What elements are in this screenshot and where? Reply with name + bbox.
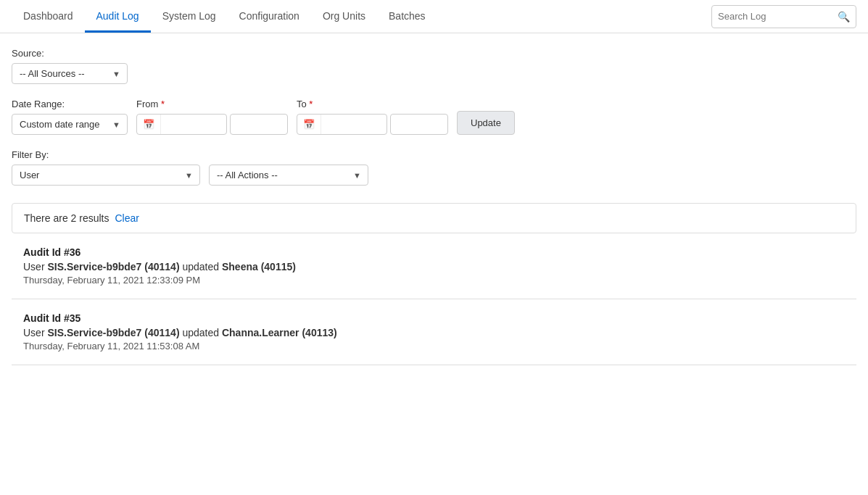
audit-target-35: Channa.Learner (40113) (222, 327, 337, 338)
audit-action-36: updated (180, 261, 222, 273)
from-time-input[interactable]: 1:42 PM (230, 114, 288, 135)
source-label: Source: (12, 48, 856, 59)
search-input[interactable] (718, 11, 838, 22)
date-range-select-wrapper: Custom date range Last 7 days Last 30 da… (12, 114, 128, 135)
audit-target-36: Sheena (40115) (222, 261, 296, 273)
audit-id-35: Audit Id #35 (23, 312, 845, 324)
update-button[interactable]: Update (457, 111, 515, 135)
date-range-select[interactable]: Custom date range Last 7 days Last 30 da… (12, 114, 128, 135)
to-required: * (309, 99, 313, 109)
filter-by-select[interactable]: User Action Source IP Address (12, 165, 200, 186)
nav-bar: Dashboard Audit Log System Log Configura… (0, 0, 868, 33)
actions-select[interactable]: -- All Actions -- (209, 165, 368, 186)
from-date-group: From * 📅 1/1/2021 1:42 PM (136, 99, 288, 135)
tab-dashboard[interactable]: Dashboard (12, 1, 85, 33)
from-label: From * (136, 99, 288, 109)
to-date-input[interactable]: 4/10/2023 (321, 115, 387, 134)
filter-by-row: User Action Source IP Address ▼ -- All A… (12, 165, 856, 186)
results-bar: There are 2 results Clear (12, 203, 856, 233)
clear-link[interactable]: Clear (115, 212, 139, 224)
to-label: To * (297, 99, 448, 109)
to-time-input[interactable]: 2:42 PM (390, 114, 448, 135)
audit-desc-36: User SIS.Service-b9bde7 (40114) updated … (23, 261, 845, 273)
to-date-group: To * 📅 4/10/2023 2:42 PM (297, 99, 448, 135)
tab-batches[interactable]: Batches (377, 1, 437, 33)
search-icon[interactable]: 🔍 (838, 11, 850, 22)
date-range-row: Date Range: Custom date range Last 7 day… (12, 99, 856, 135)
audit-desc-35: User SIS.Service-b9bde7 (40114) updated … (23, 327, 845, 338)
audit-desc-before-36: User (23, 261, 47, 273)
main-content: Source: -- All Sources -- ▼ Date Range: … (0, 33, 868, 380)
audit-date-35: Thursday, February 11, 2021 11:53:08 AM (23, 341, 845, 352)
tab-system-log[interactable]: System Log (151, 1, 228, 33)
from-date-input-wrapper: 📅 1/1/2021 (136, 114, 227, 135)
source-section: Source: -- All Sources -- ▼ (12, 48, 856, 84)
filter-by-section: Filter By: User Action Source IP Address… (12, 149, 856, 186)
to-calendar-icon: 📅 (297, 115, 321, 134)
from-calendar-icon: 📅 (137, 115, 161, 134)
audit-entry-36: Audit Id #36 User SIS.Service-b9bde7 (40… (12, 233, 856, 299)
source-select[interactable]: -- All Sources -- (12, 63, 128, 84)
nav-tabs: Dashboard Audit Log System Log Configura… (12, 1, 711, 32)
to-date-input-wrapper: 📅 4/10/2023 (297, 114, 387, 135)
audit-desc-before-35: User (23, 327, 47, 338)
audit-actor-35: SIS.Service-b9bde7 (40114) (47, 327, 179, 338)
tab-audit-log[interactable]: Audit Log (85, 1, 151, 33)
audit-date-36: Thursday, February 11, 2021 12:33:09 PM (23, 275, 845, 286)
actions-select-wrapper: -- All Actions -- ▼ (209, 165, 368, 186)
audit-entry-35: Audit Id #35 User SIS.Service-b9bde7 (40… (12, 299, 856, 365)
tab-configuration[interactable]: Configuration (228, 1, 311, 33)
audit-id-36: Audit Id #36 (23, 246, 845, 258)
audit-action-35: updated (180, 327, 222, 338)
filter-by-label: Filter By: (12, 149, 856, 160)
source-select-wrapper: -- All Sources -- ▼ (12, 63, 128, 84)
filter-by-select-wrapper: User Action Source IP Address ▼ (12, 165, 200, 186)
date-range-label: Date Range: (12, 99, 128, 109)
date-range-group: Date Range: Custom date range Last 7 day… (12, 99, 128, 135)
results-count: There are 2 results (24, 212, 109, 224)
audit-actor-36: SIS.Service-b9bde7 (40114) (47, 261, 179, 273)
tab-org-units[interactable]: Org Units (311, 1, 377, 33)
search-box: 🔍 (711, 5, 856, 28)
from-required: * (161, 99, 165, 109)
from-date-input[interactable]: 1/1/2021 (161, 115, 226, 134)
